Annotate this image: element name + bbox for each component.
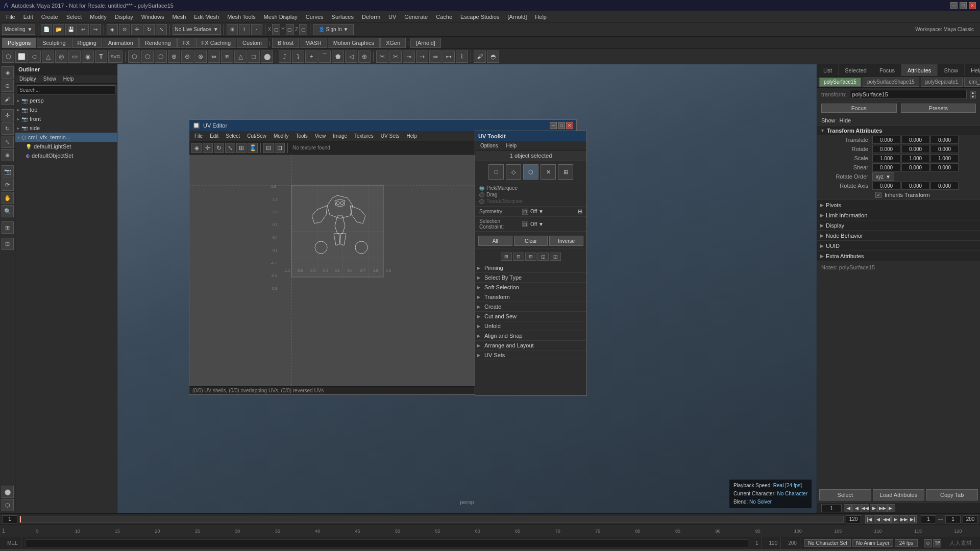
snap-tools-btn[interactable]: ⊡ (2, 238, 14, 250)
character-set-dropdown[interactable]: No Character Set (804, 539, 851, 547)
zoom-tool-btn[interactable]: 🔍 (2, 205, 14, 217)
uv-toolkit-help[interactable]: Help (503, 142, 520, 149)
transform-snap-3[interactable]: ⊟ (525, 253, 536, 261)
obj-tab-polysurface15[interactable]: polySurface15 (819, 78, 861, 87)
tab-rendering[interactable]: Rendering (139, 38, 177, 48)
torus-icon[interactable]: ◎ (55, 51, 67, 63)
fill-holes-icon[interactable]: ⬤ (261, 51, 273, 63)
uv-sets-section[interactable]: ▶ UV Sets (475, 350, 586, 360)
extra-tools-2[interactable]: ⬡ (2, 499, 14, 511)
transform-collapse-btn[interactable]: ▼ (970, 95, 976, 98)
obj-tab-cmi[interactable]: cmi_vfx_terminal... (964, 78, 980, 87)
paint-select-btn[interactable]: 🖌 (2, 93, 14, 105)
tab-rigging[interactable]: Rigging (72, 38, 102, 48)
frame-play-back-btn[interactable]: ◀◀ (861, 504, 869, 512)
tab-fx[interactable]: FX (177, 38, 195, 48)
show-manip-btn[interactable]: ⊞ (2, 221, 14, 234)
uv-grid-view-btn[interactable]: ⊟ (263, 143, 274, 153)
boolean-intersect-icon[interactable]: ⊗ (194, 51, 207, 63)
uuid-section[interactable]: ▶ UUID (817, 241, 980, 251)
uv-hex-select-btn[interactable]: ⬡ (523, 164, 538, 180)
uv-snap-btn[interactable]: ⊞ (236, 143, 247, 153)
svg-icon[interactable]: SVG (108, 51, 122, 63)
frame-input[interactable] (821, 504, 842, 512)
tab-mash[interactable]: MASH (300, 38, 327, 48)
tab-selected[interactable]: Selected (839, 64, 873, 76)
offset-edge-icon[interactable]: ⇒ (429, 51, 442, 63)
text-icon[interactable]: T (95, 51, 107, 63)
pivots-section[interactable]: ▶ Pivots (817, 200, 980, 210)
current-frame-input[interactable] (921, 515, 936, 523)
lasso-tool-btn[interactable]: ⊙ (2, 80, 14, 92)
transform-snap-5[interactable]: ◲ (550, 253, 561, 261)
fps-dropdown[interactable]: 24 fps (895, 539, 918, 547)
menu-generate[interactable]: Generate (400, 11, 432, 22)
inherits-checkbox[interactable]: ✓ (875, 192, 881, 198)
outliner-menu-help[interactable]: Help (60, 76, 77, 82)
open-file-btn[interactable]: 📂 (53, 24, 64, 35)
menu-arnold[interactable]: [Arnold] (503, 11, 531, 22)
rotate-tool[interactable]: ↻ (143, 24, 155, 35)
cube-icon[interactable]: ⬜ (15, 51, 28, 63)
rotate-z[interactable] (930, 145, 959, 153)
frame-start-input[interactable] (2, 515, 17, 523)
tab-sculpting[interactable]: Sculpting (37, 38, 71, 48)
uv-rect-select-btn[interactable]: □ (488, 164, 504, 180)
symmetry-settings-btn[interactable]: ⊞ (578, 208, 582, 215)
scale-tool-btn[interactable]: ⤡ (2, 136, 14, 148)
sphere-icon[interactable]: ⬡ (2, 51, 14, 63)
slide-edge-icon[interactable]: ⇢ (416, 51, 428, 63)
tab-polygons[interactable]: Polygons (2, 38, 36, 48)
new-file-btn[interactable]: 📄 (41, 24, 52, 35)
frame-back-btn[interactable]: ◀ (852, 504, 861, 512)
shear-x[interactable] (872, 163, 900, 171)
rotate-axis-x[interactable] (872, 182, 900, 190)
frame-fwd-btn[interactable]: ▶▶ (878, 504, 887, 512)
bevel-icon[interactable]: ⬟ (332, 51, 344, 63)
outliner-menu-show[interactable]: Show (40, 76, 59, 82)
uv-menu-edit[interactable]: Edit (207, 133, 222, 139)
outliner-item-objectset[interactable]: ⊕ defaultObjectSet (15, 151, 117, 160)
mode-dropdown[interactable]: Modeling ▼ (2, 24, 35, 35)
tab-attributes[interactable]: Attributes (901, 64, 938, 76)
uv-menu-select[interactable]: Select (223, 133, 243, 139)
select-button[interactable]: Select (819, 489, 871, 500)
menu-surfaces[interactable]: Surfaces (328, 11, 358, 22)
select-tool[interactable]: ◈ (107, 24, 118, 35)
rotate-tool-btn[interactable]: ↻ (2, 122, 14, 135)
anim-end-input[interactable] (963, 515, 978, 523)
menu-select[interactable]: Select (62, 11, 86, 22)
boolean-diff-icon[interactable]: ⊖ (181, 51, 193, 63)
soft-selection-section[interactable]: ▶ Soft Selection (475, 283, 586, 292)
load-attributes-button[interactable]: Load Attributes (873, 489, 925, 500)
outliner-menu-display[interactable]: Display (16, 76, 39, 82)
menu-display[interactable]: Display (111, 11, 137, 22)
scale-y[interactable] (901, 154, 929, 162)
live-surface-dropdown[interactable]: No Live Surface ▼ (173, 24, 221, 35)
boolean-union-icon[interactable]: ⊕ (168, 51, 180, 63)
create-section[interactable]: ▶ Create (475, 302, 586, 312)
translate-y[interactable] (901, 136, 929, 144)
obj-tab-polyseparate1[interactable]: polySeparate1 (921, 78, 963, 87)
universal-tool-btn[interactable]: ⊕ (2, 149, 14, 161)
anim-start-input[interactable] (945, 515, 961, 523)
sign-in-btn[interactable]: 👤 Sign In ▼ (313, 24, 354, 35)
frame-prev-btn[interactable]: |◀ (844, 504, 852, 512)
rotate-y[interactable] (901, 145, 929, 153)
tab-list[interactable]: List (817, 64, 839, 76)
display-section[interactable]: ▶ Display (817, 220, 980, 231)
frame-end-input[interactable] (846, 515, 861, 523)
outliner-search[interactable] (17, 85, 115, 94)
uv-menu-tools[interactable]: Tools (292, 133, 310, 139)
pan-tool-btn[interactable]: ✋ (2, 192, 14, 204)
menu-help[interactable]: Help (531, 11, 551, 22)
uv-close-btn[interactable]: ✕ (566, 122, 573, 129)
uv-select-btn[interactable]: ◈ (191, 143, 202, 153)
snap-point-btn[interactable]: · (251, 24, 262, 35)
scale-x[interactable] (872, 154, 900, 162)
uv-menu-help[interactable]: Help (404, 133, 421, 139)
uv-rotate-btn[interactable]: ↻ (214, 143, 224, 153)
focus-button[interactable]: Focus (821, 104, 897, 113)
frame-next-btn[interactable]: ▶| (887, 504, 895, 512)
outliner-item-top[interactable]: ▸ 📷 top (15, 105, 117, 114)
